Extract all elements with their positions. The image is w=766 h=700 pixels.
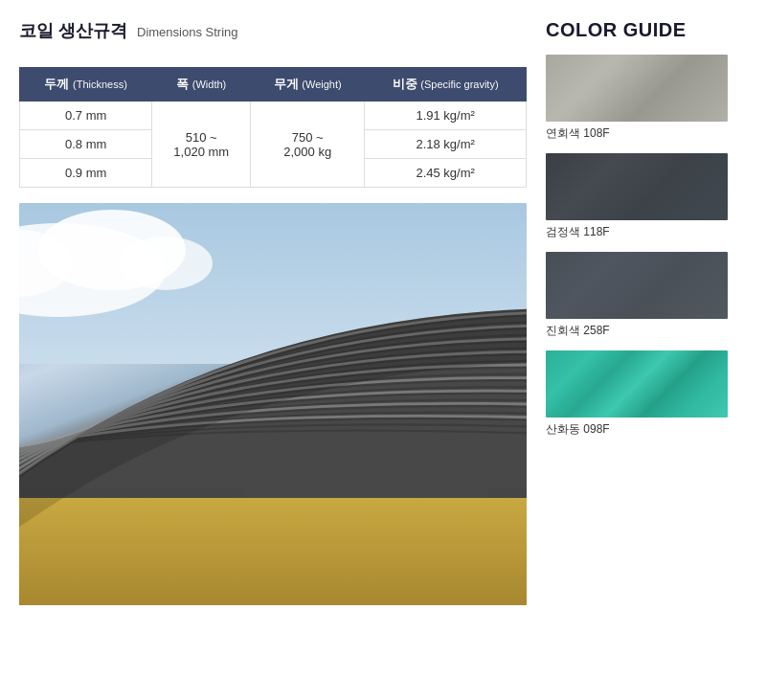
section-title-sub: Dimensions String xyxy=(137,25,238,39)
color-swatch-label-108f: 연회색 108F xyxy=(546,125,747,142)
cell-thickness-3: 0.9 mm xyxy=(20,159,152,188)
cell-density-3: 2.45 kg/m² xyxy=(365,159,527,188)
cell-thickness-1: 0.7 mm xyxy=(20,102,152,130)
color-swatch-label-098f: 산화동 098F xyxy=(546,421,747,438)
left-section: 코일 생산규격 Dimensions String 두께 (Thickness)… xyxy=(19,19,527,681)
color-swatch-label-258f: 진회색 258F xyxy=(546,323,747,339)
color-swatch-item-098f: 산화동 098F xyxy=(546,350,747,438)
cell-width: 510 ~1,020 mm xyxy=(152,102,251,188)
col-width: 폭 (Width) xyxy=(152,68,251,102)
spec-table: 두께 (Thickness) 폭 (Width) 무게 (Weight) 비중 … xyxy=(19,67,527,188)
color-guide-title: COLOR GUIDE xyxy=(546,19,747,41)
color-swatch-118f xyxy=(546,153,728,220)
color-swatch-258f xyxy=(546,252,728,319)
col-weight: 무게 (Weight) xyxy=(251,68,365,102)
section-title-main: 코일 생산규격 xyxy=(19,19,127,42)
cell-thickness-2: 0.8 mm xyxy=(20,130,152,159)
svg-point-4 xyxy=(119,237,213,290)
color-swatch-item-258f: 진회색 258F xyxy=(546,252,747,339)
svg-rect-7 xyxy=(19,498,527,605)
color-swatch-108f xyxy=(546,55,728,122)
page-container: 코일 생산규격 Dimensions String 두께 (Thickness)… xyxy=(0,0,766,700)
col-density: 비중 (Specific gravity) xyxy=(365,68,527,102)
table-row: 0.7 mm 510 ~1,020 mm 750 ~2,000 kg 1.91 … xyxy=(20,102,527,130)
right-section: COLOR GUIDE 연회색 108F 검정색 118F 진회색 258F 산… xyxy=(546,19,747,681)
color-swatch-item-108f: 연회색 108F xyxy=(546,55,747,142)
color-swatch-098f xyxy=(546,350,728,418)
cell-density-1: 1.91 kg/m² xyxy=(365,102,527,130)
color-swatch-item-118f: 검정색 118F xyxy=(546,153,747,240)
section-header: 코일 생산규격 Dimensions String xyxy=(19,19,527,42)
roof-svg xyxy=(19,203,527,605)
color-swatch-label-118f: 검정색 118F xyxy=(546,224,747,240)
cell-weight: 750 ~2,000 kg xyxy=(251,102,365,188)
cell-density-2: 2.18 kg/m² xyxy=(365,130,527,159)
building-image xyxy=(19,203,527,605)
col-thickness: 두께 (Thickness) xyxy=(20,68,152,102)
